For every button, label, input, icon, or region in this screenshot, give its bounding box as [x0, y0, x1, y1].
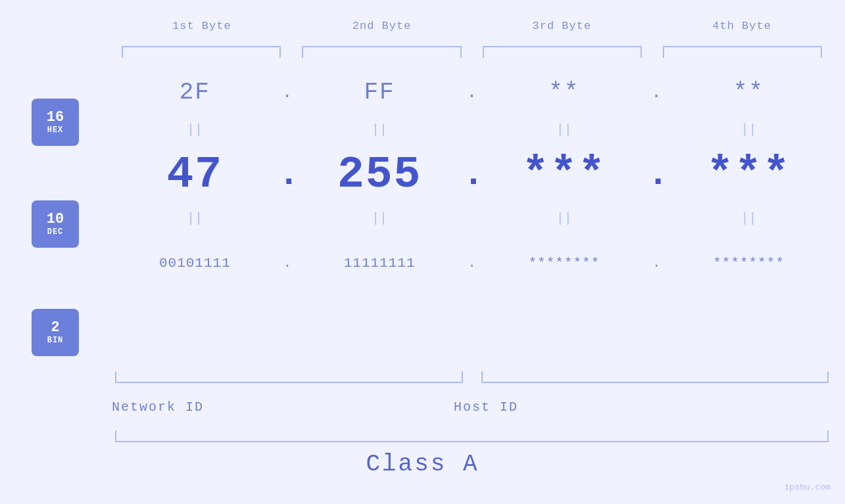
- dec-cell-1: 47: [112, 149, 278, 200]
- eq-row-1: || || || ||: [112, 118, 832, 141]
- hex-row: 2F . FF . ** . **: [112, 66, 832, 118]
- col-header-3: 3rd Byte: [472, 20, 652, 32]
- hex-sep-1: .: [278, 82, 297, 103]
- column-headers: 1st Byte 2nd Byte 3rd Byte 4th Byte: [112, 20, 832, 32]
- dec-badge-label: DEC: [47, 227, 64, 237]
- eq-row-2: || || || ||: [112, 207, 832, 230]
- eq-1-3: ||: [481, 122, 648, 137]
- eq-2-1: ||: [112, 211, 278, 226]
- full-bracket: [115, 430, 829, 442]
- col-header-1: 1st Byte: [112, 20, 292, 32]
- eq-2-2: ||: [297, 211, 463, 226]
- eq-1-2: ||: [297, 122, 463, 137]
- values-area: 2F . FF . ** . ** || || || || 47 . 255 .…: [112, 66, 832, 289]
- hex-sep-3: .: [647, 82, 665, 103]
- bin-row: 00101111 . 11111111 . ******** . *******…: [112, 237, 832, 289]
- dec-sep-3: .: [647, 154, 665, 195]
- dec-cell-4: ***: [665, 149, 832, 200]
- eq-1-1: ||: [112, 122, 278, 137]
- col-header-4: 4th Byte: [652, 20, 832, 32]
- bottom-brackets: [115, 371, 829, 383]
- top-bracket-1: [122, 46, 281, 58]
- hex-cell-3: **: [481, 79, 648, 106]
- eq-2-3: ||: [481, 211, 648, 226]
- dec-sep-2: .: [463, 154, 481, 195]
- hex-cell-4: **: [665, 79, 832, 106]
- network-id-label: Network ID: [112, 400, 204, 415]
- dec-badge: 10 DEC: [32, 200, 79, 248]
- watermark: ipshu.com: [785, 482, 831, 492]
- dec-badge-num: 10: [47, 212, 64, 227]
- bottom-bracket-host: [481, 371, 829, 383]
- class-label: Class A: [0, 451, 845, 478]
- dec-row: 47 . 255 . *** . ***: [112, 141, 832, 207]
- bin-cell-2: 11111111: [297, 256, 463, 271]
- bottom-bracket-network: [115, 371, 463, 383]
- hex-sep-2: .: [463, 82, 481, 103]
- bin-sep-3: .: [647, 255, 665, 271]
- host-id-label: Host ID: [454, 400, 518, 415]
- hex-cell-2: FF: [297, 79, 463, 106]
- dec-cell-2: 255: [297, 149, 463, 200]
- bin-badge-num: 2: [51, 320, 59, 336]
- top-bracket-4: [663, 46, 822, 58]
- bin-badge: 2 BIN: [32, 309, 79, 356]
- col-header-2: 2nd Byte: [292, 20, 472, 32]
- hex-cell-1: 2F: [112, 79, 278, 106]
- hex-badge-label: HEX: [47, 126, 64, 135]
- top-bracket-3: [483, 46, 642, 58]
- bin-sep-2: .: [463, 255, 481, 271]
- hex-badge: 16 HEX: [32, 99, 79, 146]
- bin-cell-4: ********: [665, 256, 832, 271]
- eq-2-4: ||: [665, 211, 832, 226]
- main-container: 16 HEX 10 DEC 2 BIN 1st Byte 2nd Byte 3r…: [0, 0, 845, 504]
- bin-cell-3: ********: [481, 256, 648, 271]
- bin-cell-1: 00101111: [112, 256, 278, 271]
- top-bracket-2: [302, 46, 461, 58]
- top-brackets: [115, 46, 829, 58]
- bin-sep-1: .: [278, 255, 297, 271]
- eq-1-4: ||: [665, 122, 832, 137]
- dec-sep-1: .: [278, 154, 297, 195]
- hex-badge-num: 16: [47, 110, 64, 126]
- bin-badge-label: BIN: [47, 336, 64, 345]
- dec-cell-3: ***: [481, 149, 648, 200]
